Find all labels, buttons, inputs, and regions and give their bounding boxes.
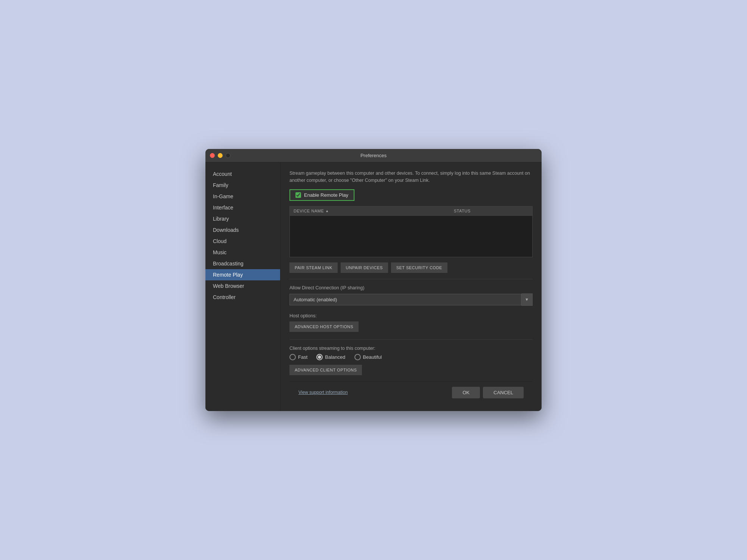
sidebar-item-family[interactable]: Family (205, 180, 280, 191)
sidebar-item-remote-play[interactable]: Remote Play (205, 269, 280, 280)
dropdown-value: Automatic (enabled) (294, 297, 337, 302)
set-security-code-button[interactable]: SET SECURITY CODE (391, 262, 447, 273)
preferences-window: Preferences AccountFamilyIn-GameInterfac… (205, 149, 542, 411)
direct-connection-label: Allow Direct Connection (IP sharing) (289, 285, 533, 290)
enable-remote-play-checkbox[interactable] (295, 192, 301, 198)
sidebar-item-music[interactable]: Music (205, 247, 280, 258)
col-device-name-header: DEVICE NAME ▲ (294, 209, 454, 213)
sidebar-item-interface[interactable]: Interface (205, 202, 280, 213)
sidebar-item-in-game[interactable]: In-Game (205, 191, 280, 202)
sort-arrow-icon: ▲ (325, 209, 329, 213)
enable-remote-play-row[interactable]: Enable Remote Play (289, 189, 354, 201)
enable-remote-play-label: Enable Remote Play (304, 192, 348, 198)
host-options-section: Host options: ADVANCED HOST OPTIONS (289, 313, 533, 332)
description-text: Stream gameplay between this computer an… (289, 170, 533, 184)
traffic-lights (210, 153, 230, 158)
device-table: DEVICE NAME ▲ STATUS (289, 206, 533, 257)
radio-fast-label: Fast (298, 354, 307, 360)
radio-balanced[interactable]: Balanced (316, 354, 345, 360)
titlebar: Preferences (205, 149, 542, 162)
support-link[interactable]: View support information (298, 390, 348, 395)
streaming-quality-group: Fast Balanced Beautiful (289, 354, 533, 360)
advanced-host-options-button[interactable]: ADVANCED HOST OPTIONS (289, 321, 359, 332)
advanced-client-options-button[interactable]: ADVANCED CLIENT OPTIONS (289, 365, 362, 375)
client-options-label: Client options streaming to this compute… (289, 346, 533, 351)
sidebar-item-cloud[interactable]: Cloud (205, 236, 280, 247)
radio-balanced-label: Balanced (325, 354, 345, 360)
radio-beautiful[interactable]: Beautiful (354, 354, 382, 360)
radio-beautiful-label: Beautiful (363, 354, 382, 360)
sidebar-item-controller[interactable]: Controller (205, 292, 280, 303)
direct-connection-dropdown[interactable]: Automatic (enabled) (289, 294, 521, 305)
divider-2 (289, 339, 533, 340)
radio-fast[interactable]: Fast (289, 354, 307, 360)
minimize-button[interactable] (218, 153, 223, 158)
sidebar-item-library[interactable]: Library (205, 213, 280, 224)
window-body: AccountFamilyIn-GameInterfaceLibraryDown… (205, 162, 542, 411)
sidebar-item-web-browser[interactable]: Web Browser (205, 280, 280, 292)
ok-button[interactable]: OK (452, 387, 480, 398)
unpair-devices-button[interactable]: UNPAIR DEVICES (341, 262, 388, 273)
dropdown-arrow-icon[interactable]: ▼ (521, 293, 533, 306)
device-table-body (290, 216, 532, 257)
dropdown-row: Automatic (enabled) ▼ (289, 293, 533, 306)
window-title: Preferences (360, 153, 387, 158)
host-options-label: Host options: (289, 313, 533, 318)
divider-1 (289, 279, 533, 279)
radio-balanced-circle (316, 354, 323, 360)
pair-steam-link-button[interactable]: PAIR STEAM LINK (289, 262, 338, 273)
sidebar-item-broadcasting[interactable]: Broadcasting (205, 258, 280, 269)
action-buttons: PAIR STEAM LINK UNPAIR DEVICES SET SECUR… (289, 262, 533, 273)
table-header: DEVICE NAME ▲ STATUS (290, 206, 532, 216)
radio-fast-circle (289, 354, 296, 360)
maximize-button[interactable] (226, 153, 230, 158)
col-status-header: STATUS (454, 209, 529, 213)
bottom-bar: View support information OK CANCEL (289, 381, 533, 404)
sidebar: AccountFamilyIn-GameInterfaceLibraryDown… (205, 162, 280, 411)
radio-beautiful-circle (354, 354, 361, 360)
sidebar-item-account[interactable]: Account (205, 168, 280, 180)
main-content: Stream gameplay between this computer an… (280, 162, 542, 411)
cancel-button[interactable]: CANCEL (483, 387, 524, 398)
client-options-section: Client options streaming to this compute… (289, 346, 533, 375)
close-button[interactable] (210, 153, 215, 158)
sidebar-item-downloads[interactable]: Downloads (205, 224, 280, 236)
